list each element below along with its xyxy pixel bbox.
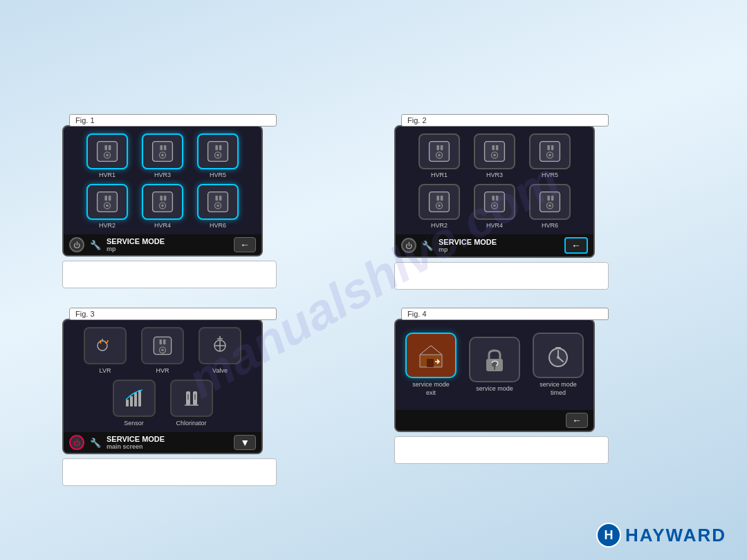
service-mode-btn[interactable]: service mode <box>466 337 523 393</box>
valve-icon-box <box>199 327 241 364</box>
hvr3-icon-box <box>142 133 183 169</box>
caption-br <box>394 436 609 464</box>
hvr4-icon-box <box>142 184 183 220</box>
status-bar-br: ← <box>396 410 593 431</box>
hvr2-btn[interactable]: HVR2 <box>82 184 132 229</box>
svg-rect-17 <box>109 196 111 200</box>
hvr6-label: HVR6 <box>210 222 226 229</box>
svg-rect-27 <box>219 196 222 200</box>
screen-bl: LVR HVR <box>62 319 263 454</box>
main-icon-row1: LVR HVR <box>64 320 261 377</box>
hvr6-icon-box <box>197 184 239 220</box>
panel-tr-label: Fig. 2 <box>401 114 609 127</box>
svg-rect-46 <box>436 196 439 200</box>
chlorinator-btn[interactable]: Chlorinator <box>165 380 217 427</box>
svg-rect-31 <box>436 145 439 150</box>
svg-rect-67 <box>126 400 129 407</box>
power-btn-tr[interactable]: ⏻ <box>401 238 416 253</box>
hvr6-label-tr: HVR6 <box>542 222 558 229</box>
hvr-row-2: HVR2 HVR4 <box>64 181 261 234</box>
hvr4-label-tr: HVR4 <box>486 222 503 229</box>
panel-bottom-right: Fig. 4 service modeexit <box>394 308 609 464</box>
svg-point-19 <box>106 205 109 207</box>
hvr5-btn[interactable]: HVR5 <box>193 133 243 178</box>
hvr2-icon-box <box>86 184 128 220</box>
hvr6-btn[interactable]: HVR6 <box>193 184 243 229</box>
screen-tr: HVR1 HVR3 <box>394 125 595 258</box>
wrench-icon-tr: 🔧 <box>422 241 433 251</box>
hayward-logo: H HAYWARD <box>596 523 726 548</box>
svg-rect-47 <box>441 196 443 200</box>
hvr1-label-tr: HVR1 <box>431 171 448 178</box>
hvr-row-tr-2: HVR2 HVR4 <box>396 181 593 234</box>
main-icon-row2: Sensor Chlorinator <box>64 377 261 432</box>
svg-rect-75 <box>427 359 434 367</box>
svg-rect-61 <box>154 337 171 354</box>
svg-rect-2 <box>109 145 111 150</box>
panel-bl-label: Fig. 3 <box>69 308 277 320</box>
hvr5-btn-tr[interactable]: HVR5 <box>525 133 575 178</box>
status-bar-tl: ⏻ 🔧 SERVICE MODE mp ← <box>64 234 261 255</box>
svg-point-54 <box>493 205 496 207</box>
svg-rect-63 <box>163 339 166 344</box>
hvr4-btn-tr[interactable]: HVR4 <box>470 184 519 229</box>
svg-point-39 <box>493 154 496 157</box>
svg-rect-16 <box>104 196 107 200</box>
hvr5-icon-box-tr <box>529 133 571 169</box>
svg-rect-21 <box>160 196 163 200</box>
svg-rect-42 <box>551 145 554 150</box>
svg-point-59 <box>548 205 551 207</box>
mode-text-tr: SERVICE MODE mp <box>439 238 559 253</box>
hvr3-btn-tr[interactable]: HVR3 <box>470 133 519 178</box>
wrench-icon-tl: 🔧 <box>90 240 101 250</box>
hvr2-icon-box-tr <box>418 184 460 220</box>
service-mode-exit-label: service modeexit <box>412 381 450 397</box>
hvr3-label-tr: HVR3 <box>486 171 503 178</box>
svg-rect-37 <box>496 145 499 150</box>
hvr6-icon-box-tr <box>529 184 571 220</box>
hvr1-btn-tr[interactable]: HVR1 <box>414 133 464 178</box>
back-btn-br[interactable]: ← <box>566 413 588 428</box>
hayward-logo-icon: H <box>596 523 621 548</box>
back-btn-tr[interactable]: ← <box>564 237 588 254</box>
service-mode-exit-icon <box>405 333 456 378</box>
hvr1-icon-box <box>86 133 128 169</box>
svg-rect-7 <box>164 145 167 150</box>
valve-label: Valve <box>212 367 228 374</box>
power-btn-bl[interactable]: ⏻ <box>69 435 84 450</box>
sensor-btn[interactable]: Sensor <box>108 380 160 427</box>
service-mode-timed-btn[interactable]: service modetimed <box>530 333 587 397</box>
hvr3-btn[interactable]: HVR3 <box>138 133 187 178</box>
svg-point-34 <box>438 154 441 157</box>
svg-rect-68 <box>130 396 133 407</box>
status-bar-bl: ⏻ 🔧 SERVICE MODE main screen ▼ <box>64 432 261 453</box>
hvr4-btn[interactable]: HVR4 <box>138 184 187 229</box>
down-btn-bl[interactable]: ▼ <box>234 435 256 450</box>
lvr-btn[interactable]: LVR <box>80 327 131 374</box>
back-btn-tl[interactable]: ← <box>234 237 256 252</box>
svg-rect-1 <box>104 145 107 150</box>
hvr6-btn-tr[interactable]: HVR6 <box>525 184 575 229</box>
chlorinator-icon-box <box>170 380 213 417</box>
valve-btn[interactable]: Valve <box>194 327 246 374</box>
hvr1-label: HVR1 <box>99 171 116 178</box>
caption-tl <box>62 261 277 288</box>
service-mode-exit-btn[interactable]: service modeexit <box>403 333 459 397</box>
service-mode-label: service mode <box>476 385 513 393</box>
hvr5-label-tr: HVR5 <box>542 171 558 178</box>
hvr1-btn[interactable]: HVR1 <box>82 133 132 178</box>
panel-br-label: Fig. 4 <box>401 308 609 320</box>
hvr-main-icon-box <box>141 327 184 364</box>
svg-rect-41 <box>547 145 550 150</box>
hvr-row-1: HVR1 HVR3 <box>64 127 261 181</box>
hvr-main-btn[interactable]: HVR <box>137 327 189 374</box>
svg-point-9 <box>161 154 164 157</box>
svg-rect-26 <box>215 196 218 200</box>
lvr-icon-box <box>84 327 127 364</box>
power-btn-tl[interactable]: ⏻ <box>69 237 84 252</box>
svg-rect-6 <box>160 145 163 150</box>
hvr2-btn-tr[interactable]: HVR2 <box>414 184 464 229</box>
svg-rect-52 <box>496 196 499 200</box>
hvr3-icon-box-tr <box>474 133 515 169</box>
svg-point-24 <box>161 205 164 207</box>
